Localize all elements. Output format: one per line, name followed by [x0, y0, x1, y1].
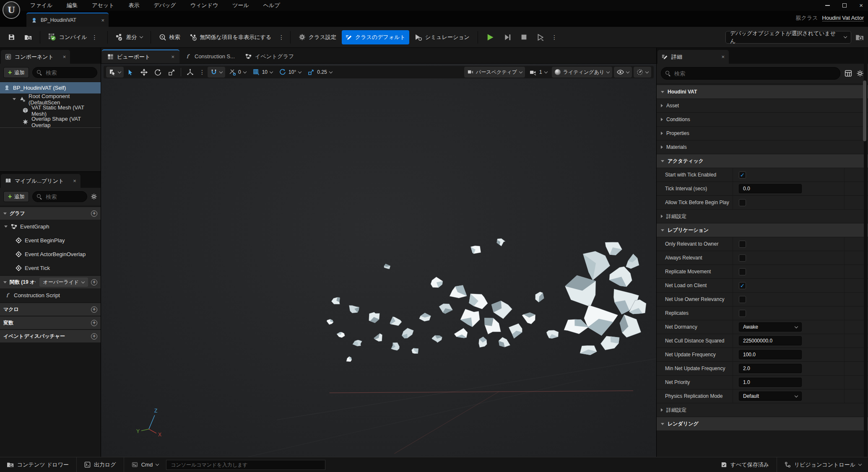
my-blueprint-search[interactable]: [32, 191, 87, 202]
add-blueprint-item-button[interactable]: + 追加: [3, 191, 29, 202]
checkbox-unchecked[interactable]: [739, 254, 746, 262]
menu-item-5[interactable]: ウィンドウ: [190, 2, 218, 9]
section-arrow-icon[interactable]: [3, 213, 7, 215]
menu-item-4[interactable]: デバッグ: [153, 2, 176, 9]
minimize-icon[interactable]: [825, 5, 830, 6]
eject-button[interactable]: [533, 30, 548, 44]
class-defaults-button[interactable]: クラスのデフォルト: [342, 30, 409, 44]
checkbox-checked[interactable]: [739, 282, 746, 289]
checkbox-unchecked[interactable]: [739, 310, 746, 317]
expand-arrow-icon[interactable]: [661, 118, 663, 121]
compile-options-icon[interactable]: ⋮: [90, 34, 99, 41]
maximize-icon[interactable]: [842, 3, 847, 8]
menu-item-6[interactable]: ツール: [232, 2, 249, 9]
my-blueprint-item[interactable]: fConstruction Script: [0, 288, 101, 302]
expand-arrow-icon[interactable]: [661, 408, 663, 412]
menu-item-7[interactable]: ヘルプ: [263, 2, 280, 9]
my-blueprint-settings-icon[interactable]: [91, 193, 97, 200]
panel-close-icon[interactable]: ×: [67, 178, 76, 184]
checkbox-unchecked[interactable]: [739, 241, 746, 248]
value-field[interactable]: 1.0: [739, 378, 802, 387]
checkbox-checked[interactable]: [739, 171, 746, 179]
details-panel-tab[interactable]: 詳細 ×: [657, 50, 729, 64]
collapse-arrow-icon[interactable]: [661, 229, 664, 231]
browse-asset-button[interactable]: [21, 30, 36, 44]
add-circle-icon[interactable]: +: [91, 279, 97, 285]
doc-tab-イベントグラフ[interactable]: イベントグラフ: [240, 49, 299, 63]
expand-arrow-icon[interactable]: [661, 132, 663, 135]
simulation-button[interactable]: シミュレーション: [411, 30, 473, 44]
my-blueprint-search-input[interactable]: [45, 193, 83, 200]
details-search-input[interactable]: [673, 70, 836, 77]
my-blueprint-item[interactable]: EventGraph: [0, 220, 101, 233]
components-search-input[interactable]: [45, 69, 93, 76]
components-panel-tab[interactable]: C コンポーネント ×: [1, 50, 70, 64]
expand-arrow-icon[interactable]: [661, 104, 663, 107]
details-group-label[interactable]: 詳細設定: [666, 407, 686, 414]
checkbox-unchecked[interactable]: [739, 199, 746, 206]
scrollbar-thumb[interactable]: [863, 80, 866, 141]
viewport[interactable]: ⋮ 0 10: [101, 64, 656, 457]
checkbox-unchecked[interactable]: [739, 268, 746, 275]
my-blueprint-item[interactable]: Event ActorBeginOverlap: [0, 247, 101, 261]
details-search[interactable]: [661, 67, 840, 80]
camera-speed-button[interactable]: 1: [527, 67, 550, 78]
component-tree-row[interactable]: BP_HoudiniVAT (Self): [0, 82, 101, 93]
frame-skip-button[interactable]: [500, 30, 515, 44]
my-blueprint-section-グラフ[interactable]: グラフ+: [0, 207, 101, 220]
console-command-field[interactable]: [166, 460, 325, 470]
item-arrow-icon[interactable]: [4, 226, 8, 228]
collapse-arrow-icon[interactable]: [661, 160, 664, 162]
details-group-label[interactable]: Asset: [666, 103, 679, 109]
component-tree-row[interactable]: Overlap Shape (VAT Overlap: [0, 116, 101, 127]
panel-close-icon[interactable]: ×: [715, 54, 725, 60]
rotation-snap-button[interactable]: 10°: [276, 67, 304, 78]
play-options-icon[interactable]: ⋮: [550, 34, 559, 41]
show-flags-dropdown[interactable]: [614, 67, 632, 78]
details-group-label[interactable]: Properties: [666, 130, 689, 136]
value-field[interactable]: 2.0: [739, 364, 802, 373]
toolbar-overflow-icon[interactable]: ⋮: [277, 34, 286, 41]
console-command-input[interactable]: [170, 462, 322, 468]
cmd-dropdown[interactable]: Cmd: [128, 457, 162, 472]
my-blueprint-item[interactable]: Event Tick: [0, 261, 101, 275]
output-log-button[interactable]: 出力ログ: [81, 457, 120, 472]
hide-unrelated-button[interactable]: 無関係な項目を非表示にする: [186, 30, 275, 44]
menu-item-3[interactable]: 表示: [128, 2, 139, 9]
value-dropdown[interactable]: Default: [739, 392, 802, 401]
checkbox-unchecked[interactable]: [739, 296, 746, 303]
details-group-label[interactable]: Conditions: [666, 117, 690, 122]
details-settings-icon[interactable]: [856, 70, 864, 77]
details-scrollbar[interactable]: [864, 48, 867, 457]
add-circle-icon[interactable]: +: [91, 210, 97, 217]
debug-browse-icon[interactable]: [855, 34, 864, 41]
scale-snap-button[interactable]: 0.25: [305, 67, 335, 78]
menu-item-2[interactable]: アセット: [92, 2, 114, 9]
camera-mode-dropdown[interactable]: パースペクティブ: [464, 67, 525, 78]
expander-arrow-icon[interactable]: [13, 98, 16, 100]
add-circle-icon[interactable]: +: [91, 320, 97, 326]
display-filter-icon[interactable]: [845, 70, 852, 77]
add-component-button[interactable]: + 追加: [3, 67, 29, 78]
surface-snap-button[interactable]: [208, 67, 225, 78]
content-drawer-button[interactable]: コンテンツ ドロワー: [3, 457, 72, 472]
debug-object-dropdown[interactable]: デバッグオブジェクトが選択されていません: [725, 31, 851, 44]
expand-arrow-icon[interactable]: [661, 215, 663, 218]
panel-close-icon[interactable]: ×: [57, 54, 66, 60]
add-circle-icon[interactable]: +: [91, 306, 97, 313]
my-blueprint-item[interactable]: Event BeginPlay: [0, 233, 101, 247]
viewport-3d-scene[interactable]: ZYX: [101, 64, 656, 457]
select-tool-button[interactable]: [125, 67, 137, 78]
menu-item-0[interactable]: ファイル: [30, 2, 52, 9]
play-button[interactable]: [482, 30, 498, 44]
diff-button[interactable]: 差分: [112, 30, 146, 44]
component-tree-row[interactable]: VAT Static Mesh (VAT Mesh): [0, 105, 101, 116]
value-field[interactable]: 0.0: [739, 184, 802, 193]
viewport-settings-dropdown[interactable]: [634, 67, 651, 78]
stop-button[interactable]: [517, 30, 531, 44]
details-group-label[interactable]: 詳細設定: [666, 213, 686, 220]
collapse-arrow-icon[interactable]: [661, 423, 664, 425]
class-settings-button[interactable]: クラス設定: [295, 30, 340, 44]
override-dropdown[interactable]: オーバーライド: [39, 277, 88, 287]
value-field[interactable]: 100.0: [739, 350, 802, 359]
